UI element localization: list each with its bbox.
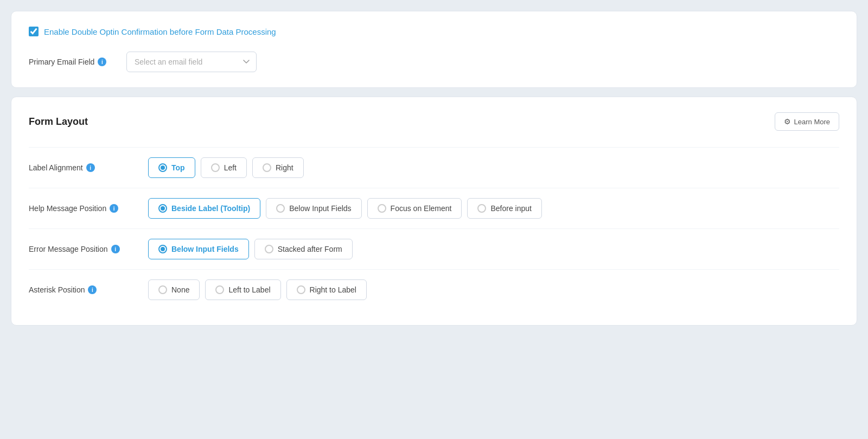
gear-icon: ⚙ — [784, 117, 791, 126]
email-field-label: Primary Email Field i — [29, 58, 116, 66]
help-message-label: Help Message Position i — [29, 204, 137, 213]
radio-label-help-below: Below Input Fields — [289, 204, 351, 213]
learn-more-button[interactable]: ⚙ Learn More — [775, 112, 839, 131]
email-field-row: Primary Email Field i Select an email fi… — [29, 52, 839, 72]
help-message-row: Help Message Position i Beside Label (To… — [29, 188, 839, 228]
error-message-label: Error Message Position i — [29, 245, 137, 253]
label-alignment-right[interactable]: Right — [252, 157, 304, 178]
label-alignment-label-text: Label Alignment — [29, 163, 83, 172]
asterisk-left-to-label[interactable]: Left to Label — [205, 279, 280, 300]
label-alignment-options: Top Left Right — [148, 157, 304, 178]
optin-checkbox[interactable] — [29, 27, 39, 36]
help-before-input[interactable]: Before input — [467, 198, 542, 219]
error-message-options: Below Input Fields Stacked after Form — [148, 239, 353, 259]
optin-label[interactable]: Enable Double Optin Confirmation before … — [44, 27, 276, 36]
radio-circle-beside — [158, 204, 167, 213]
asterisk-label: Asterisk Position i — [29, 285, 137, 294]
email-field-info-icon[interactable]: i — [98, 58, 106, 66]
radio-circle-left — [211, 163, 220, 172]
radio-label-none: None — [171, 285, 189, 294]
help-focus-element[interactable]: Focus on Element — [367, 198, 462, 219]
asterisk-label-text: Asterisk Position — [29, 285, 85, 294]
radio-circle-none — [158, 285, 167, 294]
radio-circle-focus — [378, 204, 386, 213]
radio-circle-help-below — [276, 204, 285, 213]
optin-row: Enable Double Optin Confirmation before … — [29, 27, 839, 36]
radio-circle-right — [263, 163, 271, 172]
help-beside-label[interactable]: Beside Label (Tooltip) — [148, 198, 260, 219]
radio-label-stacked: Stacked after Form — [278, 245, 342, 253]
email-field-label-text: Primary Email Field — [29, 58, 94, 66]
radio-label-right: Right — [276, 163, 293, 172]
asterisk-options: None Left to Label Right to Label — [148, 279, 367, 300]
radio-label-before: Before input — [490, 204, 532, 213]
label-alignment-left[interactable]: Left — [201, 157, 247, 178]
radio-circle-top — [158, 163, 167, 172]
label-alignment-top[interactable]: Top — [148, 157, 195, 178]
help-message-label-text: Help Message Position — [29, 204, 106, 213]
radio-circle-right-label — [297, 285, 305, 294]
form-layout-header: Form Layout ⚙ Learn More — [29, 112, 839, 131]
error-message-info-icon[interactable]: i — [111, 245, 120, 253]
optin-card: Enable Double Optin Confirmation before … — [11, 11, 857, 88]
form-layout-card: Form Layout ⚙ Learn More Label Alignment… — [11, 97, 857, 326]
radio-label-focus: Focus on Element — [391, 204, 452, 213]
error-stacked-after[interactable]: Stacked after Form — [254, 239, 353, 259]
label-alignment-info-icon[interactable]: i — [86, 163, 95, 172]
radio-label-right-label: Right to Label — [310, 285, 356, 294]
asterisk-none[interactable]: None — [148, 279, 200, 300]
error-message-row: Error Message Position i Below Input Fie… — [29, 228, 839, 269]
radio-label-left: Left — [224, 163, 237, 172]
asterisk-info-icon[interactable]: i — [88, 285, 97, 294]
error-below-input[interactable]: Below Input Fields — [148, 239, 249, 259]
radio-label-error-below: Below Input Fields — [171, 245, 239, 253]
asterisk-row: Asterisk Position i None Left to Label R… — [29, 269, 839, 310]
learn-more-label: Learn More — [794, 118, 830, 126]
label-alignment-row: Label Alignment i Top Left Right — [29, 147, 839, 188]
help-message-info-icon[interactable]: i — [110, 204, 118, 213]
radio-label-top: Top — [171, 163, 185, 172]
radio-circle-left-label — [215, 285, 224, 294]
radio-label-beside: Beside Label (Tooltip) — [171, 204, 250, 213]
email-field-select[interactable]: Select an email field — [126, 52, 257, 72]
radio-circle-stacked — [265, 245, 273, 253]
radio-circle-error-below — [158, 245, 167, 253]
help-below-input[interactable]: Below Input Fields — [266, 198, 361, 219]
form-layout-title: Form Layout — [29, 116, 88, 128]
help-message-options: Beside Label (Tooltip) Below Input Field… — [148, 198, 542, 219]
error-message-label-text: Error Message Position — [29, 245, 108, 253]
radio-label-left-label: Left to Label — [228, 285, 270, 294]
label-alignment-label: Label Alignment i — [29, 163, 137, 172]
radio-circle-before — [477, 204, 486, 213]
asterisk-right-to-label[interactable]: Right to Label — [286, 279, 367, 300]
